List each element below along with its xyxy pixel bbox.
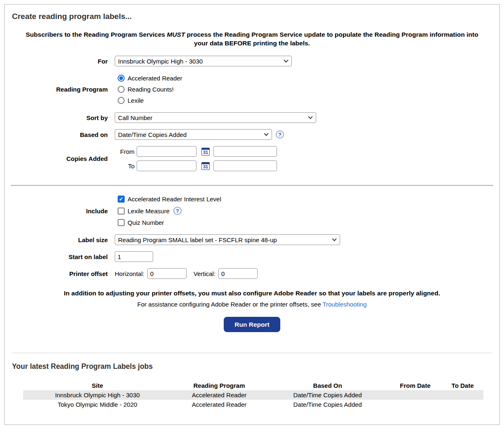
to-time-input[interactable] <box>213 160 277 171</box>
jobs-heading: Your latest Reading Program Labels jobs <box>12 362 492 371</box>
checkbox-unchecked-icon[interactable] <box>118 208 125 215</box>
vertical-label: Vertical: <box>194 270 215 277</box>
jobs-column-header-to-date: To Date <box>442 381 483 390</box>
radio-option-label: Accelerated Reader <box>128 75 182 82</box>
jobs-table: SiteReading ProgramBased OnFrom DateTo D… <box>23 381 483 409</box>
reading-program-label: Reading Program <box>12 85 108 93</box>
assistance-note: For assistance configuring Adobe Reader … <box>12 301 492 308</box>
copies-added-from-row: From 31 <box>115 146 492 157</box>
horizontal-offset-input[interactable] <box>147 268 187 279</box>
based-on-row: Based on Date/Time Copies Added ? <box>12 129 492 140</box>
help-icon[interactable]: ? <box>173 207 182 215</box>
checkbox-option-label: Lexile Measure <box>128 208 170 215</box>
checkbox-unchecked-icon[interactable] <box>118 219 125 226</box>
label-size-select-value: Reading Program SMALL label set - FSCFLR… <box>118 236 277 243</box>
jobs-table-header-row: SiteReading ProgramBased OnFrom DateTo D… <box>23 381 483 390</box>
alignment-note: In addition to adjusting your printer of… <box>14 290 490 297</box>
label-size-label: Label size <box>12 236 108 244</box>
intro-part: printing the labels. <box>251 40 310 47</box>
jobs-cell-reading-program: Accelerated Reader <box>172 400 267 409</box>
calendar-icon[interactable]: 31 <box>201 148 210 156</box>
sort-by-label: Sort by <box>12 114 108 122</box>
from-label: From <box>115 148 135 155</box>
start-on-label-input[interactable] <box>115 251 153 262</box>
sort-by-select[interactable]: Call Number <box>115 112 316 123</box>
jobs-table-row: Innsbruck Olympic High - 3030Accelerated… <box>23 390 483 400</box>
from-date-input[interactable] <box>137 146 196 157</box>
radio-selected-icon[interactable] <box>118 75 125 82</box>
troubleshooting-link[interactable]: Troubleshooting <box>322 301 367 308</box>
assistance-text: For assistance configuring Adobe Reader … <box>137 301 323 308</box>
to-date-input[interactable] <box>137 160 196 171</box>
chevron-down-icon <box>264 131 268 136</box>
intro-text: Subscribers to the Reading Program Servi… <box>24 30 480 47</box>
radio-option-lexile[interactable]: Lexile <box>118 97 492 104</box>
radio-option-label: Reading Counts! <box>128 86 174 93</box>
horizontal-label: Horizontal: <box>115 270 144 277</box>
label-format-section: Include ✓Accelerated Reader Interest Lev… <box>5 186 499 353</box>
for-label: For <box>12 57 108 65</box>
intro-part: Subscribers to the Reading Program Servi… <box>26 31 167 38</box>
radio-unselected-icon[interactable] <box>118 86 125 93</box>
help-icon[interactable]: ? <box>276 130 284 139</box>
checkbox-checked-icon[interactable]: ✓ <box>118 196 125 203</box>
start-on-label-row: Start on label <box>12 251 492 262</box>
from-time-input[interactable] <box>213 146 277 157</box>
page-title: Create reading program labels... <box>12 12 492 21</box>
include-row: Include ✓Accelerated Reader Interest Lev… <box>12 193 492 228</box>
jobs-column-header-site: Site <box>23 381 172 390</box>
based-on-select[interactable]: Date/Time Copies Added <box>115 129 272 140</box>
copies-added-label: Copies Added <box>12 155 108 163</box>
create-reading-program-labels-panel: Create reading program labels... Subscri… <box>4 4 500 425</box>
jobs-table-row: Tokyo Olympic Middle - 2020Accelerated R… <box>23 400 483 409</box>
run-report-button[interactable]: Run Report <box>224 317 280 332</box>
copies-added-to-row: To 31 <box>115 160 492 171</box>
chevron-down-icon <box>308 114 312 119</box>
label-options-section: Create reading program labels... Subscri… <box>5 5 499 179</box>
sort-by-row: Sort by Call Number <box>12 112 492 123</box>
jobs-table-body: Innsbruck Olympic High - 3030Accelerated… <box>23 390 483 409</box>
checkbox-option-lexile-measure[interactable]: Lexile Measure? <box>118 207 492 215</box>
copies-added-row: Copies Added From 31 To 31 <box>12 146 492 171</box>
jobs-cell-reading-program: Accelerated Reader <box>172 390 267 400</box>
label-size-select[interactable]: Reading Program SMALL label set - FSCFLR… <box>115 234 340 245</box>
latest-jobs-section: Your latest Reading Program Labels jobs … <box>5 353 499 415</box>
radio-option-accelerated-reader[interactable]: Accelerated Reader <box>118 75 492 82</box>
jobs-cell-site: Innsbruck Olympic High - 3030 <box>23 390 172 400</box>
sort-by-select-value: Call Number <box>118 114 152 121</box>
checkbox-option-label: Quiz Number <box>128 219 164 226</box>
jobs-column-header-based-on: Based On <box>267 381 388 390</box>
vertical-offset-input[interactable] <box>218 268 258 279</box>
jobs-column-header-from-date: From Date <box>388 381 442 390</box>
chevron-down-icon <box>332 236 336 241</box>
checkbox-option-quiz-number[interactable]: Quiz Number <box>118 219 492 226</box>
based-on-select-value: Date/Time Copies Added <box>118 131 187 138</box>
jobs-cell-site: Tokyo Olympic Middle - 2020 <box>23 400 172 409</box>
jobs-cell-based-on: Date/Time Copies Added <box>267 400 388 409</box>
to-label: To <box>115 163 135 170</box>
printer-offset-row: Printer offset Horizontal: Vertical: <box>12 268 492 279</box>
jobs-cell-from-date <box>388 390 442 400</box>
radio-unselected-icon[interactable] <box>118 97 125 104</box>
start-on-label-label: Start on label <box>12 253 108 261</box>
printer-offset-label: Printer offset <box>12 270 108 278</box>
site-select[interactable]: Innsbruck Olympic High - 3030 <box>115 56 292 66</box>
for-row: For Innsbruck Olympic High - 3030 <box>12 56 492 66</box>
checkbox-option-label: Accelerated Reader Interest Level <box>128 196 221 203</box>
chevron-down-icon <box>284 58 288 62</box>
based-on-label: Based on <box>12 131 108 139</box>
site-select-value: Innsbruck Olympic High - 3030 <box>118 58 203 65</box>
jobs-cell-based-on: Date/Time Copies Added <box>267 390 388 400</box>
radio-option-reading-counts[interactable]: Reading Counts! <box>118 86 492 93</box>
jobs-cell-from-date <box>388 400 442 409</box>
calendar-icon[interactable]: 31 <box>201 162 210 170</box>
intro-emphasis-before: BEFORE <box>225 40 251 47</box>
intro-emphasis-must: MUST <box>167 31 185 38</box>
checkbox-option-accelerated-reader-interest-level[interactable]: ✓Accelerated Reader Interest Level <box>118 196 492 203</box>
radio-option-label: Lexile <box>128 97 144 104</box>
jobs-column-header-reading-program: Reading Program <box>172 381 267 390</box>
jobs-cell-to-date <box>442 400 483 409</box>
include-checkbox-group: ✓Accelerated Reader Interest LevelLexile… <box>115 193 492 228</box>
jobs-cell-to-date <box>442 390 483 400</box>
label-size-row: Label size Reading Program SMALL label s… <box>12 234 492 245</box>
